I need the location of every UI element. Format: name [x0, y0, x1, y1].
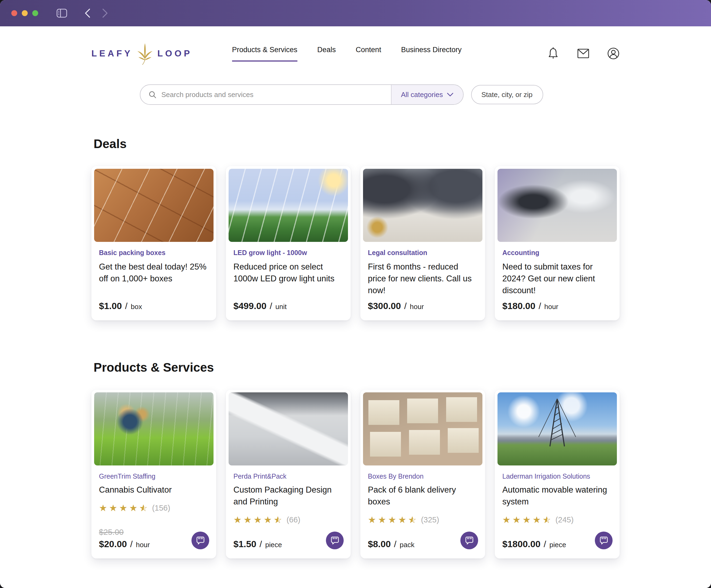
deal-price: $300.00 / hour [368, 301, 478, 311]
star-icon: ★ [129, 503, 137, 513]
product-vendor[interactable]: Laderman Irrigation Solutions [502, 472, 612, 480]
star-icon: ★ [533, 515, 540, 524]
product-card[interactable]: Boxes By Brendon Pack of 6 blank deliver… [360, 390, 485, 559]
rating-stars: ★ ★ ★ ★ ☆★ (245) [502, 515, 612, 524]
star-icon: ★ [254, 515, 262, 524]
product-price: $1800.00 / piece [502, 539, 566, 549]
category-select-value: All categories [401, 91, 443, 99]
notifications-button[interactable] [547, 47, 559, 60]
product-title: Custom Packaging Design and Printing [233, 484, 344, 507]
star-half-icon: ☆★ [139, 503, 147, 513]
deal-image-accounting [497, 169, 617, 242]
search-row: All categories [91, 84, 620, 105]
products-heading: Products & Services [93, 360, 620, 375]
minimize-window-button[interactable] [22, 10, 28, 16]
logo-text-left: LEAFY [91, 48, 133, 59]
chat-bubble-icon: ”” [330, 536, 340, 545]
star-icon: ★ [512, 515, 520, 524]
star-icon: ★ [388, 515, 396, 524]
deal-image-grow-lights [229, 169, 348, 242]
deal-card[interactable]: Accounting Need to submit taxes for 2024… [495, 166, 620, 320]
product-card[interactable]: GreenTrim Staffing Cannabis Cultivator ★… [91, 390, 216, 559]
cannabis-leaf-icon [135, 42, 155, 65]
review-count: (245) [555, 516, 574, 524]
star-icon: ★ [109, 503, 117, 513]
deal-category[interactable]: Accounting [502, 249, 612, 257]
rating-stars: ★ ★ ★ ★ ☆★ (66) [233, 515, 344, 524]
rating-stars: ★ ★ ★ ★ ☆★ (156) [99, 503, 209, 513]
mail-icon [577, 48, 589, 59]
nav-business-directory[interactable]: Business Directory [401, 46, 461, 62]
location-input[interactable] [471, 85, 543, 104]
deal-description: Need to submit taxes for 2024? Get our n… [502, 261, 612, 296]
bell-icon [547, 47, 559, 60]
leafy-loop-logo[interactable]: LEAFY LOOP [91, 42, 192, 65]
header-icons [547, 47, 620, 60]
messages-button[interactable] [577, 47, 589, 60]
svg-text:””: ”” [332, 537, 338, 543]
product-title: Automatic movable watering system [502, 484, 612, 507]
chat-bubble-icon: ”” [465, 536, 474, 545]
chevron-down-icon [447, 92, 454, 97]
deals-heading: Deals [93, 137, 620, 151]
product-image-watering-system [497, 392, 617, 466]
forward-button[interactable] [102, 8, 109, 18]
deals-grid: Basic packing boxes Get the best deal to… [91, 166, 620, 320]
account-button[interactable] [607, 47, 620, 60]
close-window-button[interactable] [11, 10, 17, 16]
star-icon: ★ [398, 515, 406, 524]
chat-button[interactable]: ”” [460, 532, 478, 549]
star-half-icon: ☆★ [408, 515, 416, 524]
chat-bubble-icon: ”” [599, 536, 608, 545]
search-input[interactable] [161, 90, 391, 99]
deal-description: First 6 months - reduced price for new c… [368, 261, 478, 296]
deal-category[interactable]: Basic packing boxes [99, 249, 209, 257]
nav-products-services[interactable]: Products & Services [232, 46, 297, 62]
star-half-icon: ☆★ [543, 515, 551, 524]
deal-description: Get the best deal today! 25% off on 1,00… [99, 261, 209, 285]
deal-price: $499.00 / unit [233, 301, 344, 311]
svg-text:””: ”” [467, 537, 472, 543]
irrigation-tower-graphic [537, 397, 577, 448]
star-icon: ★ [522, 515, 531, 524]
search-bar: All categories [140, 84, 464, 105]
product-card[interactable]: Perda Print&Pack Custom Packaging Design… [226, 390, 351, 559]
category-select[interactable]: All categories [391, 85, 463, 104]
chat-button[interactable]: ”” [192, 532, 209, 549]
nav-deals[interactable]: Deals [317, 46, 336, 62]
product-price: $20.00 / hour [99, 539, 150, 549]
deal-card[interactable]: LED grow light - 1000w Reduced price on … [226, 166, 351, 320]
deal-category[interactable]: LED grow light - 1000w [233, 249, 344, 257]
sidebar-toggle-icon[interactable] [57, 8, 67, 18]
maximize-window-button[interactable] [32, 10, 38, 16]
review-count: (66) [286, 516, 300, 524]
star-half-icon: ☆★ [274, 515, 282, 524]
back-button[interactable] [84, 8, 91, 18]
product-image-packaging-printing [229, 392, 348, 466]
nav-content[interactable]: Content [356, 46, 381, 62]
star-icon: ★ [243, 515, 252, 524]
product-price: $1.50 / piece [233, 539, 282, 549]
chat-bubble-icon: ”” [195, 536, 205, 545]
rating-stars: ★ ★ ★ ★ ☆★ (325) [368, 515, 478, 524]
product-image-cannabis-cultivator [94, 392, 214, 466]
traffic-lights [11, 10, 38, 16]
star-icon: ★ [263, 515, 272, 524]
product-vendor[interactable]: GreenTrim Staffing [99, 472, 209, 480]
deal-category[interactable]: Legal consultation [368, 249, 478, 257]
deal-card[interactable]: Legal consultation First 6 months - redu… [360, 166, 485, 320]
star-icon: ★ [378, 515, 386, 524]
deal-description: Reduced price on select 1000w LED grow l… [233, 261, 344, 285]
chat-button[interactable]: ”” [595, 532, 612, 549]
svg-text:””: ”” [198, 537, 203, 543]
product-price: $8.00 / pack [368, 539, 414, 549]
star-icon: ★ [119, 503, 127, 513]
product-card[interactable]: Laderman Irrigation Solutions Automatic … [495, 390, 620, 559]
product-vendor[interactable]: Boxes By Brendon [368, 472, 478, 480]
products-grid: GreenTrim Staffing Cannabis Cultivator ★… [91, 390, 620, 559]
app-window: LEAFY LOOP Products & Ser [0, 0, 711, 588]
deal-card[interactable]: Basic packing boxes Get the best deal to… [91, 166, 216, 320]
chat-button[interactable]: ”” [326, 532, 344, 549]
page-content: LEAFY LOOP Products & Ser [0, 26, 711, 588]
product-vendor[interactable]: Perda Print&Pack [233, 472, 344, 480]
